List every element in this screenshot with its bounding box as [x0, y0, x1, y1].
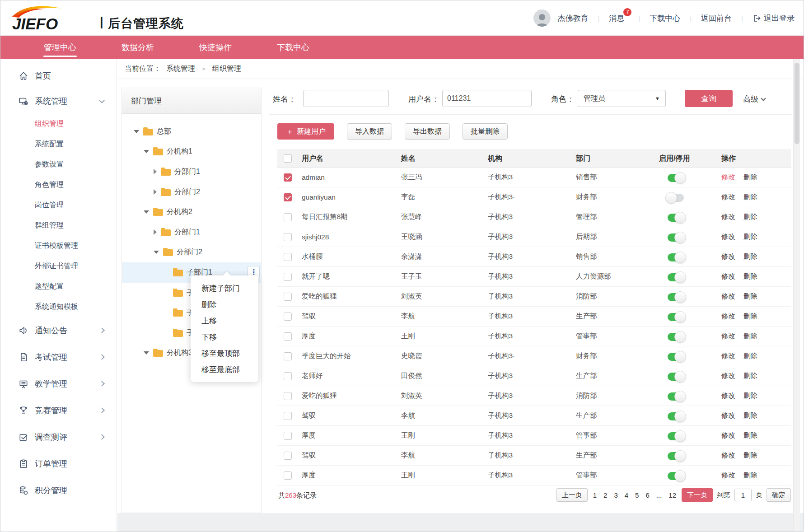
delete-action[interactable]: 删除 [743, 391, 757, 401]
delete-action[interactable]: 删除 [743, 252, 757, 261]
enable-toggle[interactable] [668, 472, 684, 480]
tree-down-arrow-icon[interactable] [154, 251, 159, 254]
page-number[interactable]: 3 [612, 491, 619, 499]
enable-toggle[interactable] [668, 373, 684, 381]
back-to-front-link[interactable]: 返回前台 [701, 13, 732, 23]
edit-action[interactable]: 修改 [721, 252, 735, 261]
enable-toggle[interactable] [668, 214, 684, 222]
delete-action[interactable]: 删除 [743, 351, 757, 361]
sidebar-item[interactable]: 证书模板管理 [0, 236, 117, 256]
search-button[interactable]: 查询 [685, 90, 733, 107]
sidebar-item[interactable]: 岗位管理 [0, 195, 117, 215]
page-number[interactable]: 1 [592, 491, 598, 499]
tree-node[interactable]: 分机构1 [122, 142, 261, 162]
delete-action[interactable]: 删除 [743, 192, 757, 202]
sidebar-item[interactable]: 参数设置 [0, 154, 117, 175]
row-checkbox[interactable] [284, 332, 292, 341]
enable-toggle[interactable] [668, 353, 684, 361]
edit-action[interactable]: 修改 [721, 272, 735, 281]
sidebar-item[interactable]: 系统管理 [0, 89, 117, 114]
tree-down-arrow-icon[interactable] [144, 351, 149, 355]
row-checkbox[interactable] [284, 253, 292, 261]
sidebar-item[interactable]: 系统通知模板 [0, 297, 117, 317]
tree-node[interactable]: 分部门2 [122, 182, 261, 202]
nav-tab-2[interactable]: 数据分析 [105, 36, 170, 59]
edit-action[interactable]: 修改 [721, 431, 735, 440]
delete-action[interactable]: 删除 [743, 411, 757, 420]
nav-tab-4[interactable]: 下载中心 [261, 36, 326, 59]
page-ellipsis[interactable]: ... [655, 491, 664, 499]
row-checkbox[interactable] [284, 352, 292, 360]
enable-toggle[interactable] [668, 253, 684, 261]
advanced-link[interactable]: 高级 [743, 94, 765, 104]
row-checkbox[interactable] [284, 313, 292, 321]
delete-action[interactable]: 删除 [743, 173, 757, 182]
enable-toggle[interactable] [668, 313, 684, 321]
context-menu-item[interactable]: 下移 [191, 329, 258, 345]
page-number[interactable]: 12 [667, 491, 678, 499]
row-checkbox[interactable] [284, 213, 292, 221]
context-menu-item[interactable]: 删除 [191, 296, 258, 313]
delete-action[interactable]: 删除 [743, 371, 757, 381]
enable-toggle[interactable] [668, 194, 684, 202]
row-checkbox[interactable] [284, 273, 292, 281]
page-number[interactable]: 2 [602, 491, 608, 499]
name-filter-input[interactable] [303, 90, 389, 107]
row-checkbox[interactable] [284, 193, 292, 201]
delete-action[interactable]: 删除 [743, 431, 757, 440]
edit-action[interactable]: 修改 [721, 292, 735, 301]
tree-down-arrow-icon[interactable] [134, 130, 139, 133]
goto-page-input[interactable] [734, 489, 752, 501]
delete-action[interactable]: 删除 [743, 272, 757, 281]
sidebar-item[interactable]: 调查测评 [0, 424, 117, 450]
username-filter-input[interactable] [442, 90, 532, 107]
row-checkbox[interactable] [284, 432, 292, 440]
enable-toggle[interactable] [668, 412, 684, 420]
page-number[interactable]: 4 [623, 491, 630, 499]
enable-toggle[interactable] [668, 293, 684, 301]
row-checkbox[interactable] [284, 372, 292, 380]
delete-action[interactable]: 删除 [743, 312, 757, 321]
sidebar-item[interactable]: 积分管理 [0, 477, 117, 504]
sidebar-item[interactable]: 考试管理 [0, 344, 117, 370]
sidebar-item[interactable]: 竞赛管理 [0, 397, 117, 424]
tree-right-arrow-icon[interactable] [154, 189, 157, 195]
sidebar-item[interactable]: 外部证书管理 [0, 256, 117, 276]
messages-link[interactable]: 消息 7 [609, 13, 629, 23]
sidebar-item[interactable]: 教学管理 [0, 370, 117, 397]
tree-right-arrow-icon[interactable] [154, 169, 157, 174]
role-select[interactable]: 管理员 ▼ [578, 90, 666, 107]
row-checkbox[interactable] [284, 392, 292, 400]
row-checkbox[interactable] [284, 173, 292, 182]
new-user-button[interactable]: ＋ 新建用户 [277, 123, 334, 140]
export-data-button[interactable]: 导出数据 [405, 123, 450, 140]
avatar[interactable] [533, 9, 551, 27]
page-number[interactable]: 6 [644, 491, 650, 499]
sidebar-item[interactable]: 组织管理 [0, 114, 117, 134]
select-all-checkbox[interactable] [284, 154, 292, 163]
tree-down-arrow-icon[interactable] [144, 150, 149, 153]
sidebar-item[interactable]: 订单管理 [0, 450, 117, 477]
sidebar-item[interactable]: 群组管理 [0, 215, 117, 236]
sidebar-item[interactable]: 角色管理 [0, 175, 117, 195]
enable-toggle[interactable] [668, 392, 684, 401]
tree-node[interactable]: 分部门2 [122, 243, 261, 263]
edit-action[interactable]: 修改 [721, 173, 735, 182]
enable-toggle[interactable] [668, 174, 684, 182]
batch-delete-button[interactable]: 批量删除 [463, 123, 508, 140]
row-checkbox[interactable] [284, 293, 292, 301]
tree-node[interactable]: 总部 [122, 121, 261, 142]
scrollbar-thumb[interactable] [795, 63, 799, 144]
enable-toggle[interactable] [668, 233, 684, 242]
edit-action[interactable]: 修改 [721, 411, 735, 420]
context-menu-item[interactable]: 新建子部门 [191, 280, 258, 296]
edit-action[interactable]: 修改 [721, 391, 735, 401]
logout-link[interactable]: 退出登录 [753, 13, 795, 23]
goto-confirm-button[interactable]: 确定 [767, 488, 791, 502]
tree-node[interactable]: 分部门1 [122, 162, 261, 182]
edit-action[interactable]: 修改 [721, 351, 735, 361]
row-checkbox[interactable] [284, 412, 292, 420]
context-menu-item[interactable]: 上移 [191, 313, 258, 329]
enable-toggle[interactable] [668, 452, 684, 460]
import-data-button[interactable]: 导入数据 [347, 123, 392, 140]
